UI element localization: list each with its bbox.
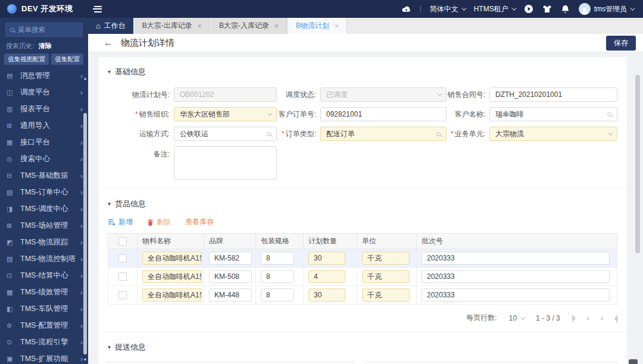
- guide-play-icon[interactable]: [524, 4, 533, 14]
- language-select[interactable]: 简体中文: [430, 4, 465, 14]
- sidebar-menu-item[interactable]: ▩ TMS-绩效管理 ›: [0, 284, 88, 300]
- add-row-button[interactable]: 新增: [108, 217, 133, 227]
- sidebar-menu-item[interactable]: ◨ TMS-调度中心 ›: [0, 200, 88, 217]
- package-spec-cell[interactable]: 8: [261, 252, 294, 265]
- theme-skin-icon[interactable]: [542, 5, 552, 13]
- row-checkbox[interactable]: [118, 291, 127, 299]
- back-arrow-button[interactable]: ←: [104, 38, 113, 48]
- section-basic-info[interactable]: ▾ 基础信息: [98, 57, 627, 77]
- first-page-icon[interactable]: |‹: [572, 314, 575, 322]
- notifications-bell-icon[interactable]: [561, 5, 570, 14]
- batch-no-cell[interactable]: 2020333: [422, 252, 610, 265]
- sidebar-menu-item[interactable]: ◫ 调度平台 ›: [0, 84, 88, 101]
- brand-cell[interactable]: KM-448: [209, 288, 252, 302]
- avatar: [579, 3, 591, 15]
- unit-cell[interactable]: 千克: [362, 288, 410, 302]
- sidebar-scrollbar[interactable]: ▲ ▼: [83, 75, 88, 364]
- sidebar-menu-item[interactable]: ⊡ TMS-结算中心 ›: [0, 267, 88, 284]
- clear-history-button[interactable]: 清除: [39, 42, 52, 51]
- order-type-lov[interactable]: 配送订单: [320, 127, 447, 141]
- next-page-icon[interactable]: ›: [601, 314, 603, 322]
- dispatch-status-select[interactable]: 已调度: [320, 87, 447, 102]
- save-button[interactable]: 保存: [606, 36, 636, 51]
- section-delivery-info[interactable]: ▾ 提送信息: [98, 332, 627, 353]
- sidebar-menu-item[interactable]: ▧ TMS-订单中心 ›: [0, 184, 88, 200]
- menu-item-icon: ⊛: [7, 322, 15, 329]
- search-icon[interactable]: [436, 132, 441, 136]
- select-all-checkbox[interactable]: [118, 237, 127, 246]
- prev-page-icon[interactable]: ‹: [587, 314, 589, 322]
- row-checkbox[interactable]: [118, 272, 127, 281]
- material-name-cell[interactable]: 全自动咖啡机A1型: [142, 270, 202, 283]
- floating-widget[interactable]: [629, 359, 638, 364]
- business-unit-select[interactable]: 大宗物流: [489, 127, 617, 141]
- transport-mode-lov[interactable]: 公铁联运: [174, 127, 277, 141]
- sidebar-menu-item[interactable]: ▥ 报表平台 ›: [0, 101, 88, 117]
- customer-order-no-input[interactable]: 092821001: [320, 107, 447, 121]
- brand-cell[interactable]: KM-508: [209, 270, 252, 283]
- last-page-icon[interactable]: ›|: [614, 314, 617, 322]
- search-icon[interactable]: [267, 132, 271, 136]
- tenant-select[interactable]: HTMS租户: [474, 4, 515, 14]
- column-header: 物料名称: [137, 234, 204, 249]
- row-checkbox[interactable]: [118, 254, 127, 262]
- close-icon[interactable]: ×: [335, 22, 339, 30]
- sidebar-menu-item[interactable]: ▣ TMS-扩展功能 ›: [0, 350, 88, 364]
- planned-qty-cell[interactable]: 30: [308, 288, 345, 302]
- user-menu[interactable]: tms管理员: [579, 3, 633, 15]
- table-row[interactable]: 全自动咖啡机A1型 KM-448 8 30 千克 2020333: [108, 286, 617, 305]
- history-tag[interactable]: 值集配置: [51, 54, 83, 65]
- package-spec-cell[interactable]: 8: [261, 270, 294, 283]
- batch-no-cell[interactable]: 2020333: [422, 288, 610, 302]
- cloud-upload-icon[interactable]: [401, 5, 411, 13]
- sidebar-menu-item[interactable]: ◧ TMS-车队管理 ›: [0, 300, 88, 317]
- sidebar-menu-item[interactable]: ▤ 消息管理 ›: [0, 67, 88, 84]
- section-goods-info[interactable]: ▾ 货品信息: [98, 189, 627, 209]
- history-tag[interactable]: 值集视图配置: [4, 54, 49, 65]
- tab-outbound-records[interactable]: B大宗-出库记录 ×: [135, 18, 210, 34]
- planned-qty-cell[interactable]: 4: [308, 270, 345, 283]
- per-page-select[interactable]: 10: [509, 314, 524, 322]
- package-spec-cell[interactable]: 8: [261, 288, 294, 302]
- tab-workbench[interactable]: ⌂ 工作台: [88, 18, 133, 34]
- collapse-menu-icon[interactable]: [93, 6, 102, 12]
- sidebar-menu-item[interactable]: ◩ TMS-物流跟踪 ›: [0, 234, 88, 250]
- material-name-cell[interactable]: 全自动咖啡机A1型: [142, 252, 202, 265]
- scroll-up-icon[interactable]: ▲: [83, 76, 88, 80]
- close-icon[interactable]: ×: [274, 22, 279, 30]
- column-header: 单位: [357, 234, 416, 249]
- sidebar-menu-item[interactable]: ◎ 搜索中心 ›: [0, 150, 88, 167]
- sales-org-select[interactable]: 华东大区销售部: [174, 107, 277, 121]
- sidebar-scroll-thumb[interactable]: [83, 113, 87, 354]
- menu-search-box[interactable]: [5, 23, 83, 37]
- page-title: 物流计划详情: [121, 37, 174, 49]
- plan-no-input[interactable]: OB001202: [174, 87, 277, 102]
- planned-qty-cell[interactable]: 30: [308, 252, 345, 265]
- menu-search-input[interactable]: [18, 26, 77, 33]
- sidebar-menu-item[interactable]: ⊛ TMS-配置管理 ›: [0, 317, 88, 334]
- tab-logistics-plan[interactable]: B物流计划 ×: [288, 18, 347, 34]
- batch-no-cell[interactable]: 2020333: [422, 270, 610, 283]
- sidebar-menu-item[interactable]: ▦ 接口平台 ›: [0, 134, 88, 150]
- sidebar-menu-item[interactable]: ▨ TMS-物流控制塔 ›: [0, 250, 88, 267]
- view-stock-button[interactable]: 查看库存: [185, 217, 214, 227]
- sidebar-menu-item[interactable]: ⊠ TMS-场站管理 ›: [0, 217, 88, 234]
- close-icon[interactable]: ×: [198, 22, 202, 30]
- delete-row-button[interactable]: 删除: [147, 217, 171, 227]
- remark-textarea[interactable]: [174, 146, 277, 180]
- customer-name-lov[interactable]: 瑞幸咖啡: [489, 107, 617, 121]
- content-scrollbar-thumb[interactable]: [635, 75, 640, 253]
- sidebar-menu-item[interactable]: ⊞ 通用导入 ›: [0, 117, 88, 134]
- brand-cell[interactable]: KM-582: [209, 252, 252, 265]
- scroll-down-icon[interactable]: ▼: [83, 357, 88, 362]
- table-row[interactable]: 全自动咖啡机A1型 KM-582 8 30 千克 2020333: [108, 249, 617, 268]
- unit-cell[interactable]: 千克: [362, 252, 410, 265]
- unit-cell[interactable]: 千克: [362, 270, 410, 283]
- material-name-cell[interactable]: 全自动咖啡机A1型: [142, 288, 202, 302]
- sidebar-menu-item[interactable]: ⊟ TMS-基础数据 ›: [0, 167, 88, 184]
- contract-no-input[interactable]: DZTH_20210201001: [489, 87, 617, 102]
- table-row[interactable]: 全自动咖啡机A1型 KM-508 8 4 千克 2020333: [108, 268, 617, 286]
- tab-inbound-records[interactable]: B大宗-入库记录 ×: [211, 18, 287, 34]
- sidebar-menu-item[interactable]: ⊙ TMS-流程引擎 ›: [0, 334, 88, 350]
- search-icon[interactable]: [607, 112, 611, 117]
